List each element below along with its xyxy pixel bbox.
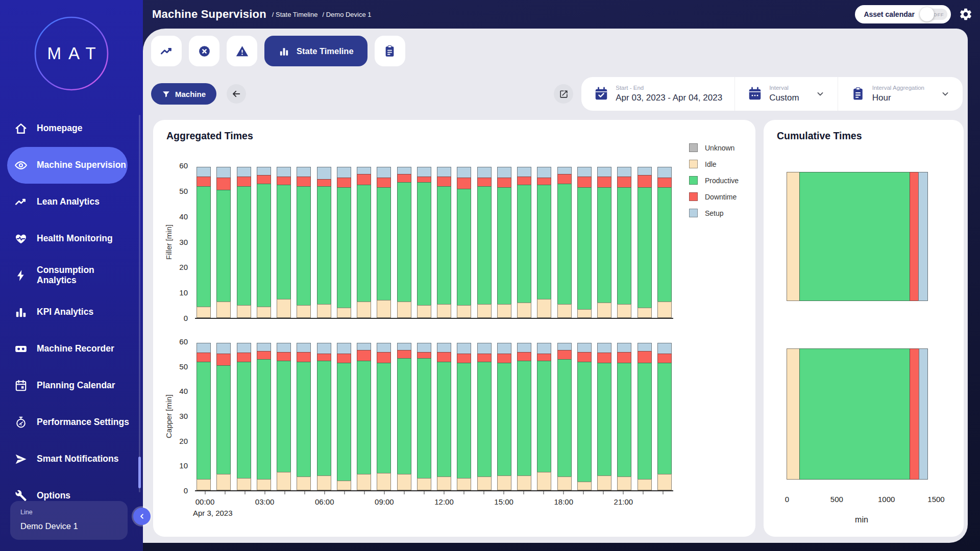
hour-bar xyxy=(277,165,291,318)
legend-item[interactable]: Setup xyxy=(689,209,739,217)
idle-segment xyxy=(216,474,231,490)
tab-reports[interactable] xyxy=(375,36,405,66)
sidebar-item-machine-recorder[interactable]: Machine Recorder xyxy=(0,331,143,367)
legend-item[interactable]: Unknown xyxy=(689,143,739,152)
interval-aggregation-field[interactable]: Interval Aggregation Hour xyxy=(838,77,963,111)
sidebar-item-kpi-analytics[interactable]: KPI Analytics xyxy=(0,294,143,331)
idle-segment xyxy=(597,475,611,490)
tab-state-timeline[interactable]: State Timeline xyxy=(264,36,368,66)
productive-segment xyxy=(257,359,271,480)
legend-item[interactable]: Productive xyxy=(689,176,739,185)
setup-segment xyxy=(216,343,231,354)
idle-segment xyxy=(417,305,431,318)
downtime-segment xyxy=(517,352,531,361)
setup-segment xyxy=(357,343,371,350)
x-tick-mark xyxy=(524,491,524,494)
hour-bar xyxy=(337,165,351,318)
chevron-left-icon xyxy=(137,512,146,521)
productive-segment xyxy=(537,361,551,472)
downtime-segment xyxy=(216,354,231,366)
idle-segment xyxy=(787,348,800,480)
sidebar-item-label: Machine Supervision xyxy=(37,160,126,170)
idle-segment xyxy=(657,474,672,490)
idle-segment xyxy=(577,482,592,490)
setup-segment xyxy=(317,167,331,180)
trend-line-icon xyxy=(160,44,174,58)
toggle-knob[interactable] xyxy=(920,7,934,21)
sidebar-collapse-button[interactable] xyxy=(133,508,151,525)
idle-segment xyxy=(277,472,291,491)
legend-item[interactable]: Downtime xyxy=(689,192,739,201)
sidebar-item-machine-supervision[interactable]: Machine Supervision xyxy=(7,147,128,184)
downtime-segment xyxy=(377,352,391,363)
downtime-segment xyxy=(557,350,572,360)
sidebar-item-homepage[interactable]: Homepage xyxy=(0,110,143,147)
toggle-track[interactable]: OFF xyxy=(921,9,947,20)
interval-label: Interval xyxy=(769,85,799,91)
downtime-segment xyxy=(577,352,592,362)
sidebar-scrollbar-thumb[interactable] xyxy=(138,457,141,488)
hour-bar xyxy=(216,341,231,490)
app-logo: MAT xyxy=(33,15,110,92)
sidebar-item-performance-settings[interactable]: Performance Settings xyxy=(0,404,143,441)
x-tick-mark xyxy=(603,491,604,494)
sidebar-scrollbar-track xyxy=(139,115,140,492)
legend-item[interactable]: Idle xyxy=(689,160,739,168)
setup-segment xyxy=(617,343,631,353)
hour-bar xyxy=(577,341,592,490)
x-tick-mark xyxy=(384,491,384,494)
settings-gear-icon[interactable] xyxy=(959,7,973,21)
setup-segment xyxy=(597,167,611,177)
tab-alarms[interactable] xyxy=(227,36,257,66)
hour-bar xyxy=(457,165,471,318)
x-tick-mark xyxy=(225,491,225,494)
hour-bar xyxy=(437,165,451,318)
hour-bar xyxy=(377,165,391,318)
legend-swatch-icon xyxy=(689,160,698,168)
sidebar-item-health-monitoring[interactable]: Health Monitoring xyxy=(0,220,143,257)
x-tick-mark xyxy=(504,491,504,494)
sidebar-item-label: Performance Settings xyxy=(37,417,129,428)
productive-segment xyxy=(457,189,471,306)
hour-bar xyxy=(517,165,531,318)
setup-segment xyxy=(457,343,471,354)
device-context-card[interactable]: Line Demo Device 1 xyxy=(10,501,128,540)
x-tick-label: 18:00 xyxy=(554,497,573,506)
setup-segment xyxy=(437,343,451,353)
y-tick-label: 60 xyxy=(179,161,188,170)
productive-segment xyxy=(537,185,551,299)
filler-stacked-bar-chart: 0102030405060 xyxy=(195,165,673,319)
sidebar-item-consumption-analytics[interactable]: Consumption Analytics xyxy=(0,257,143,294)
x-tick-mark xyxy=(324,491,325,494)
interval-field[interactable]: Interval Custom xyxy=(734,77,838,111)
sidebar-item-lean-analytics[interactable]: Lean Analytics xyxy=(0,184,143,220)
machine-filter-button[interactable]: Machine xyxy=(151,83,216,105)
setup-segment xyxy=(437,167,451,177)
downtime-segment xyxy=(597,177,611,188)
productive-segment xyxy=(517,185,531,303)
tab-trends[interactable] xyxy=(151,36,182,66)
sidebar-item-smart-notifications[interactable]: Smart Notifications xyxy=(0,441,143,478)
setup-segment xyxy=(357,167,371,174)
capper-stacked-bar-chart: 010203040506000:0003:0006:0009:0012:0015… xyxy=(195,341,673,491)
breadcrumb: / State Timeline / Demo Device 1 xyxy=(272,11,372,18)
chevron-down-icon xyxy=(940,89,950,99)
sidebar-item-planning-calendar[interactable]: Planning Calendar xyxy=(0,367,143,404)
start-end-field[interactable]: Start - End Apr 03, 2023 - Apr 04, 2023 xyxy=(581,77,734,111)
sidebar-item-label: Lean Analytics xyxy=(37,197,100,207)
setup-segment xyxy=(216,167,231,178)
back-button[interactable] xyxy=(227,84,246,104)
export-button[interactable] xyxy=(554,84,573,104)
setup-segment xyxy=(537,343,551,354)
x-tick-label: 21:00 xyxy=(614,497,633,506)
asset-calendar-toggle[interactable]: Asset calendar OFF xyxy=(855,5,951,23)
asset-calendar-label: Asset calendar xyxy=(864,10,915,18)
bar-chart-icon xyxy=(14,306,28,319)
downtime-segment xyxy=(297,352,311,362)
breadcrumb-state-timeline: / State Timeline xyxy=(272,11,318,18)
idle-segment xyxy=(787,172,800,301)
hour-bar xyxy=(257,165,271,318)
tab-stops[interactable] xyxy=(189,36,219,66)
productive-segment xyxy=(597,363,611,475)
idle-segment xyxy=(197,307,211,318)
